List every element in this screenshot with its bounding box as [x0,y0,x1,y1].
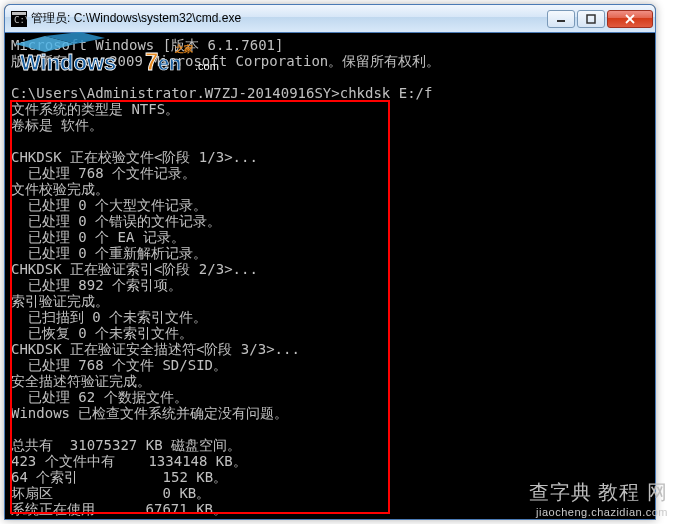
terminal-line: 总共有 31075327 KB 磁盘空间。 [11,437,649,453]
window-title: 管理员: C:\Windows\system32\cmd.exe [31,10,545,27]
terminal-line: 已处理 768 个文件记录。 [11,165,649,181]
terminal-line: CHKDSK 正在校验文件<阶段 1/3>... [11,149,649,165]
terminal-line: 已处理 768 个文件 SD/SID。 [11,357,649,373]
close-button[interactable] [607,10,653,28]
cmd-icon: C:\ [11,11,27,27]
footer-watermark-sub: jiaocheng.chazidian.com [529,506,668,518]
terminal-line: CHKDSK 正在验证索引<阶段 2/3>... [11,261,649,277]
terminal-line: Microsoft Windows [版本 6.1.7601] [11,37,649,53]
terminal-line: C:\Users\Administrator.W7ZJ-20140916SY>c… [11,85,649,101]
svg-rect-4 [587,15,595,23]
terminal-line: 已处理 892 个索引项。 [11,277,649,293]
footer-watermark-main: 查字典 教程 网 [529,479,668,506]
terminal-line: 索引验证完成。 [11,293,649,309]
terminal-line [11,421,649,437]
terminal-line: Windows 已检查文件系统并确定没有问题。 [11,405,649,421]
terminal-line: CHKDSK 正在验证安全描述符<阶段 3/3>... [11,341,649,357]
terminal-line: 卷标是 软件。 [11,117,649,133]
terminal-line: 文件系统的类型是 NTFS。 [11,101,649,117]
terminal-line: 安全描述符验证完成。 [11,373,649,389]
terminal-line: 版权所有 <c> 2009 Microsoft Corporation。保留所有… [11,53,649,69]
terminal-line: 已处理 62 个数据文件。 [11,389,649,405]
svg-text:C:\: C:\ [14,15,27,25]
footer-watermark: 查字典 教程 网 jiaocheng.chazidian.com [529,479,668,518]
window-controls [545,10,653,28]
terminal-line: 文件校验完成。 [11,181,649,197]
cmd-window: C:\ 管理员: C:\Windows\system32\cmd.exe Mic… [4,4,656,520]
terminal-line [11,133,649,149]
terminal-line: 已处理 0 个错误的文件记录。 [11,213,649,229]
terminal-line: 已恢复 0 个未索引文件。 [11,325,649,341]
terminal-output[interactable]: Microsoft Windows [版本 6.1.7601]版权所有 <c> … [5,33,655,519]
terminal-line: 已处理 0 个大型文件记录。 [11,197,649,213]
maximize-button[interactable] [577,10,605,28]
minimize-button[interactable] [547,10,575,28]
terminal-line: 已扫描到 0 个未索引文件。 [11,309,649,325]
titlebar[interactable]: C:\ 管理员: C:\Windows\system32\cmd.exe [5,5,655,33]
terminal-line: 423 个文件中有 1334148 KB。 [11,453,649,469]
terminal-line: 已处理 0 个 EA 记录。 [11,229,649,245]
terminal-line [11,69,649,85]
terminal-line: 已处理 0 个重新解析记录。 [11,245,649,261]
